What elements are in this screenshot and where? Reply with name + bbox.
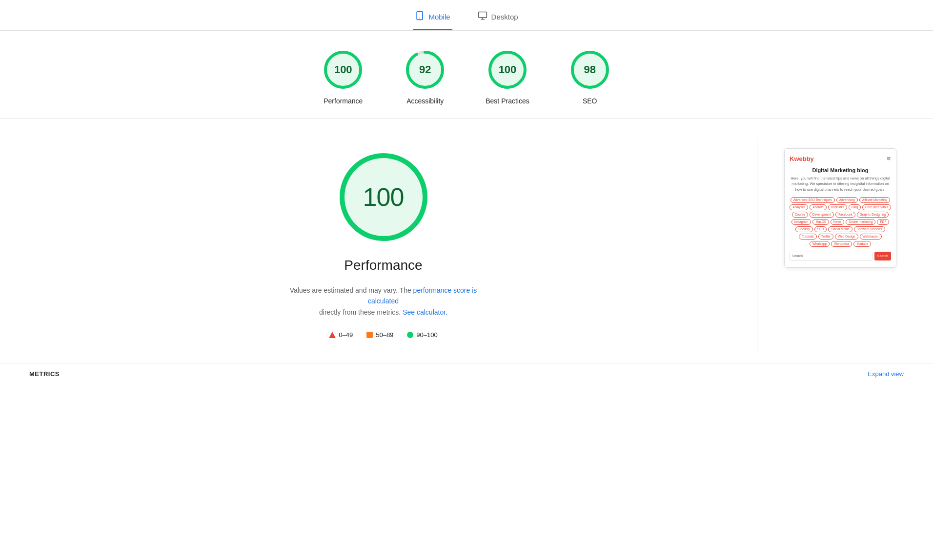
svg-rect-0 — [417, 12, 423, 20]
tab-desktop-label: Desktop — [491, 13, 518, 21]
tag-item: News — [831, 219, 844, 225]
score-seo-circle: 98 — [568, 48, 611, 91]
tag-item: Online marketing — [846, 219, 875, 225]
mobile-icon — [415, 11, 425, 23]
score-accessibility-value: 92 — [419, 63, 431, 76]
score-legend: 0–49 50–89 90–100 — [329, 331, 437, 339]
score-performance-label: Performance — [324, 97, 363, 105]
tag-item: Facebook — [835, 212, 855, 218]
legend-low-icon — [329, 332, 336, 338]
tab-bar: Mobile Desktop — [0, 0, 933, 31]
big-performance-label: Performance — [344, 258, 422, 273]
tag-item: SEO — [814, 226, 827, 232]
preview-title: Digital Marketing blog — [790, 167, 891, 173]
tag-item: MacOS — [812, 219, 829, 225]
tag-item: Webmaster — [860, 234, 882, 240]
score-best-practices-label: Best Practices — [486, 97, 529, 105]
tag-item: Blog — [849, 204, 861, 210]
vertical-divider — [757, 139, 757, 353]
tag-item: Affiliate Marketing — [859, 197, 891, 203]
legend-high: 90–100 — [407, 331, 437, 339]
tag-item: Social Media — [828, 226, 852, 232]
score-accessibility: 92 Accessibility — [404, 48, 446, 105]
legend-low-range: 0–49 — [339, 331, 353, 339]
metrics-bar: METRICS Expand view — [0, 363, 933, 384]
menu-icon: ≡ — [887, 155, 891, 162]
tags-container: Advanced SEO TechniquesAdvertisingAffili… — [790, 197, 891, 247]
right-panel: Kwebby ≡ Digital Marketing blog Here, yo… — [777, 148, 904, 353]
performance-description: Values are estimated and may vary. The p… — [281, 285, 486, 318]
tag-item: PDF — [877, 219, 889, 225]
preview-logo: Kwebby — [790, 155, 814, 162]
score-performance-value: 100 — [334, 63, 352, 76]
legend-low: 0–49 — [329, 331, 353, 339]
preview-logo-k: K — [790, 155, 794, 162]
calculator-link[interactable]: See calculator. — [403, 308, 447, 316]
tag-item: Software Reviews — [854, 226, 885, 232]
legend-high-range: 90–100 — [416, 331, 437, 339]
browser-preview: Kwebby ≡ Digital Marketing blog Here, yo… — [784, 148, 896, 268]
desktop-icon — [478, 11, 487, 23]
tag-item: Core Web Vitals — [862, 204, 891, 210]
left-panel: 100 Performance Values are estimated and… — [29, 139, 737, 353]
tag-item: Whatsapp — [810, 241, 830, 247]
score-seo-value: 98 — [584, 63, 595, 76]
metrics-label: METRICS — [29, 370, 60, 378]
score-accessibility-circle: 92 — [404, 48, 446, 91]
tag-item: Tutorials — [799, 234, 817, 240]
tag-item: Development — [810, 212, 834, 218]
expand-view-button[interactable]: Expand view — [868, 370, 904, 378]
legend-mid-range: 50–89 — [376, 331, 393, 339]
score-seo: 98 SEO — [568, 48, 611, 105]
legend-mid: 50–89 — [366, 331, 393, 339]
score-performance: 100 Performance — [322, 48, 365, 105]
tag-item: Twitter — [818, 234, 833, 240]
tab-mobile-label: Mobile — [428, 13, 450, 21]
big-performance-circle: 100 — [335, 148, 432, 246]
main-content: 100 Performance Values are estimated and… — [0, 119, 933, 363]
score-best-practices-value: 100 — [499, 63, 517, 76]
tag-item: Security — [795, 226, 812, 232]
preview-search: Search — [790, 252, 891, 260]
score-best-practices-circle: 100 — [486, 48, 529, 91]
tag-item: Youtube — [853, 241, 871, 247]
tag-item: Android — [810, 204, 826, 210]
tag-item: Backlinks — [828, 204, 847, 210]
scores-section: 100 Performance 92 Accessibility 100 Bes… — [0, 31, 933, 119]
preview-header: Kwebby ≡ — [790, 155, 891, 162]
legend-mid-icon — [366, 332, 373, 338]
preview-search-input[interactable] — [790, 252, 872, 260]
tag-item: Advertising — [836, 197, 858, 203]
score-accessibility-label: Accessibility — [406, 97, 444, 105]
preview-subtitle: Here, you will find the latest tips and … — [790, 176, 891, 192]
tag-item: Analytics — [790, 204, 808, 210]
tab-desktop[interactable]: Desktop — [476, 6, 520, 30]
tag-item: Instagram — [791, 219, 811, 225]
score-performance-circle: 100 — [322, 48, 365, 91]
tag-item: Web Design — [835, 234, 858, 240]
big-performance-value: 100 — [363, 182, 404, 212]
score-seo-label: SEO — [583, 97, 597, 105]
tag-item: Course — [792, 212, 808, 218]
legend-high-icon — [407, 332, 413, 338]
svg-rect-2 — [478, 12, 487, 18]
tab-mobile[interactable]: Mobile — [413, 6, 452, 30]
score-best-practices: 100 Best Practices — [486, 48, 529, 105]
tag-item: Advanced SEO Techniques — [791, 197, 835, 203]
preview-search-button[interactable]: Search — [874, 252, 891, 260]
preview-logo-rest: webby — [794, 155, 813, 162]
tag-item: Wordpress — [831, 241, 852, 247]
tag-item: Graphic Designing — [857, 212, 889, 218]
